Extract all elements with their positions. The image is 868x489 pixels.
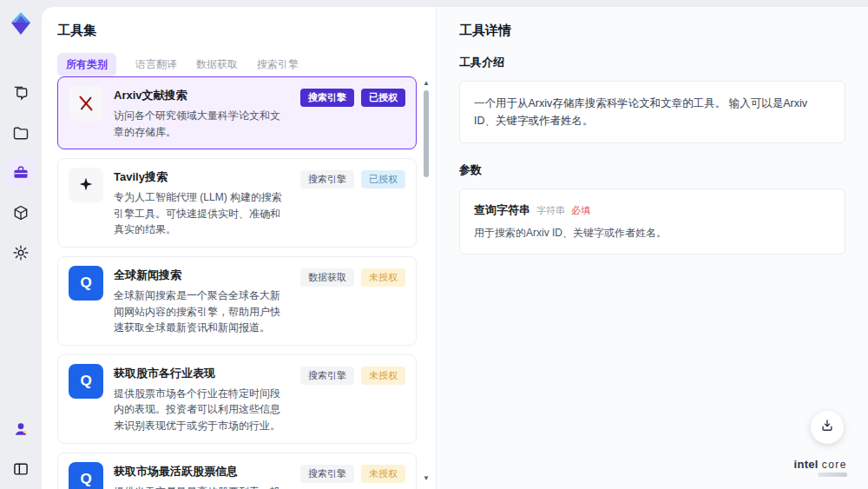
param-required-flag: 必填 xyxy=(571,204,590,217)
sidebar-item-panel-toggle[interactable] xyxy=(6,454,36,484)
scroll-up-arrow[interactable]: ▲ xyxy=(422,80,431,87)
tool-card-list: Arxiv文献搜索 访问各个研究领域大量科学论文和文章的存储库。 搜索引擎 已授… xyxy=(57,76,417,489)
category-tag: 搜索引擎 xyxy=(300,170,354,188)
app-logo xyxy=(8,10,34,36)
category-tag: 搜索引擎 xyxy=(300,89,354,107)
intel-core-logo: intel core xyxy=(794,458,848,477)
param-box: 查询字符串 字符串 必填 用于搜索的Arxiv ID、关键字或作者姓名。 xyxy=(459,188,845,254)
brand-badge-bar xyxy=(818,472,847,477)
tool-detail-panel: 工具详情 工具介绍 一个用于从Arxiv存储库搜索科学论文和文章的工具。 输入可… xyxy=(437,7,868,489)
sidebar-item-account[interactable] xyxy=(6,414,36,444)
panel-toggle-icon xyxy=(12,460,30,478)
tool-card-arxiv[interactable]: Arxiv文献搜索 访问各个研究领域大量科学论文和文章的存储库。 搜索引擎 已授… xyxy=(57,76,417,149)
tool-card-global-news[interactable]: Q 全球新闻搜索 全球新闻搜索是一个聚合全球各大新闻网站内容的搜索引擎，帮助用户… xyxy=(57,256,417,346)
tool-card-active-stocks[interactable]: Q 获取市场最活跃股票信息 提供当天交易量最高的股票列表，投资者可以利用这些信息… xyxy=(57,453,417,489)
list-scrollbar[interactable]: ▲ ▼ xyxy=(422,80,431,482)
sidebar-item-packages[interactable] xyxy=(6,198,36,228)
detail-title: 工具详情 xyxy=(459,23,845,39)
scrollbar-thumb[interactable] xyxy=(424,90,429,177)
sidebar-item-files[interactable] xyxy=(6,118,36,148)
brand-intel: intel xyxy=(794,458,819,471)
tab-all-categories[interactable]: 所有类别 xyxy=(57,53,116,76)
intro-text: 一个用于从Arxiv存储库搜索科学论文和文章的工具。 输入可以是Arxiv ID… xyxy=(474,95,831,129)
gear-icon xyxy=(12,244,30,261)
tab-search-engine[interactable]: 搜索引擎 xyxy=(257,53,299,76)
scroll-down-arrow[interactable]: ▼ xyxy=(422,475,431,482)
chat-icon xyxy=(12,84,30,102)
user-icon xyxy=(12,420,30,438)
tool-description: 专为人工智能代理 (LLM) 构建的搜索引擎工具。可快速提供实时、准确和真实的结… xyxy=(114,189,290,238)
intro-box: 一个用于从Arxiv存储库搜索科学论文和文章的工具。 输入可以是Arxiv ID… xyxy=(459,81,845,143)
tool-name: 获取股市各行业表现 xyxy=(114,366,290,381)
intro-heading: 工具介绍 xyxy=(459,55,845,70)
stock-app-icon: Q xyxy=(69,462,103,489)
tool-description: 提供当天交易量最高的股票列表，投资者可以利用这些信息来识别流动性强的股票和潜在的… xyxy=(114,484,290,489)
params-heading: 参数 xyxy=(459,162,845,178)
arxiv-logo-icon xyxy=(69,86,103,121)
tool-description: 全球新闻搜索是一个聚合全球各大新闻网站内容的搜索引擎，帮助用户快速获取全球最新资… xyxy=(114,287,290,336)
category-tag: 数据获取 xyxy=(300,268,354,287)
auth-status-badge: 未授权 xyxy=(361,367,405,385)
tool-name: Arxiv文献搜索 xyxy=(114,88,290,103)
tool-description: 提供股票市场各个行业在特定时间段内的表现。投资者可以利用这些信息来识别表现优于或… xyxy=(114,386,290,434)
auth-status-badge: 未授权 xyxy=(361,268,405,287)
toolbox-icon xyxy=(12,164,30,182)
sidebar-item-chat[interactable] xyxy=(6,78,36,108)
param-description: 用于搜索的Arxiv ID、关键字或作者姓名。 xyxy=(474,226,831,241)
download-icon xyxy=(819,418,835,437)
tab-data-fetch[interactable]: 数据获取 xyxy=(196,53,238,76)
tool-description: 访问各个研究领域大量科学论文和文章的存储库。 xyxy=(114,108,290,140)
tool-name: 获取市场最活跃股票信息 xyxy=(114,464,290,479)
tool-name: Tavily搜索 xyxy=(114,169,290,185)
left-rail xyxy=(0,0,42,489)
sidebar-item-settings[interactable] xyxy=(6,238,36,268)
cube-icon xyxy=(12,204,30,221)
sidebar-item-tools[interactable] xyxy=(6,158,36,188)
category-tag: 搜索引擎 xyxy=(300,367,354,385)
tool-list-panel: 工具集 所有类别 语言翻译 数据获取 搜索引擎 Arxiv文献搜索 访问各个研究… xyxy=(42,7,437,489)
auth-status-badge: 已授权 xyxy=(361,89,405,107)
tool-card-tavily[interactable]: Tavily搜索 专为人工智能代理 (LLM) 构建的搜索引擎工具。可快速提供实… xyxy=(57,158,417,248)
tab-language-translation[interactable]: 语言翻译 xyxy=(135,53,177,76)
category-tag: 搜索引擎 xyxy=(300,465,354,483)
main-surface: 工具集 所有类别 语言翻译 数据获取 搜索引擎 Arxiv文献搜索 访问各个研究… xyxy=(42,7,868,489)
tavily-logo-icon xyxy=(69,168,103,202)
download-button[interactable] xyxy=(811,411,844,444)
brand-core: core xyxy=(822,459,847,471)
param-name: 查询字符串 xyxy=(474,202,530,218)
param-type: 字符串 xyxy=(536,204,565,217)
auth-status-badge: 未授权 xyxy=(361,465,405,483)
page-title: 工具集 xyxy=(57,7,417,53)
tool-name: 全球新闻搜索 xyxy=(114,268,290,283)
folder-icon xyxy=(12,124,30,142)
news-app-icon: Q xyxy=(69,266,103,301)
stock-app-icon: Q xyxy=(69,364,103,399)
tool-card-sector-performance[interactable]: Q 获取股市各行业表现 提供股票市场各个行业在特定时间段内的表现。投资者可以利用… xyxy=(57,354,417,444)
auth-status-badge: 已授权 xyxy=(361,170,405,188)
